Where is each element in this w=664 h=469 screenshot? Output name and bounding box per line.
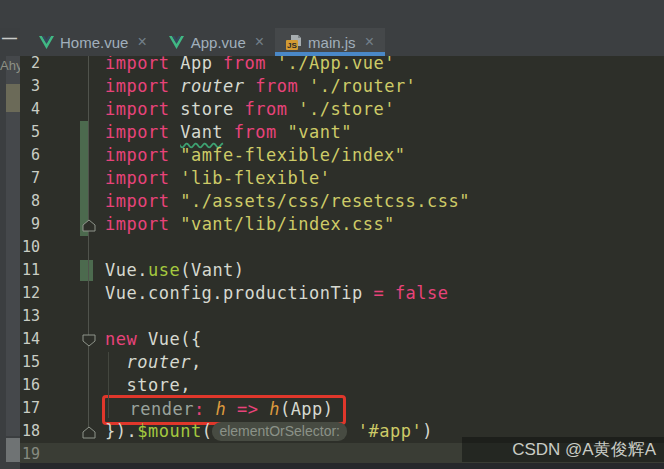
code-text: router, — [105, 351, 202, 374]
code-text: store, — [105, 374, 191, 397]
line-number: 14 — [20, 328, 40, 351]
token-s: '#app' — [358, 421, 422, 441]
line-number: 3 — [20, 75, 40, 98]
code-line: 12Vue.config.productionTip = false — [20, 282, 664, 305]
line-number: 12 — [20, 282, 40, 305]
token-t — [226, 399, 237, 419]
vue-icon — [38, 34, 54, 50]
token-t — [347, 421, 358, 441]
stripe-dash: — — [2, 29, 17, 46]
line-number: 19 — [20, 443, 40, 463]
tab-label: Home.vue — [60, 34, 128, 51]
token-s: './store' — [298, 99, 395, 119]
vcs-change-marker — [80, 144, 88, 167]
code-line: 6import "amfe-flexible/index" — [20, 144, 664, 167]
watermark: CSDN @A黄俊辉A — [462, 437, 664, 462]
code-text: }).$mount(elementOrSelector: '#app') — [105, 420, 433, 443]
token-k: from — [245, 99, 299, 119]
editor-bottom-edge — [20, 463, 664, 469]
line-number: 9 — [20, 213, 40, 236]
fold-marker-down-icon[interactable] — [82, 333, 96, 346]
token-t — [258, 399, 269, 419]
code-text: import "amfe-flexible/index" — [105, 144, 406, 167]
token-t: , — [191, 352, 202, 372]
token-u: Vant — [180, 122, 223, 142]
tab-home-vue[interactable]: Home.vue × — [27, 28, 158, 56]
indent-guide-line — [108, 352, 109, 418]
token-t: store, — [105, 375, 191, 395]
close-icon[interactable]: × — [365, 34, 374, 50]
line-number: 6 — [20, 144, 40, 167]
code-text: import "./assets/css/resetcss.css" — [105, 190, 470, 213]
token-k: import — [105, 191, 180, 211]
code-line: 14new Vue({ — [20, 328, 664, 351]
token-t: ) — [422, 421, 433, 441]
fold-marker-up-icon[interactable] — [82, 218, 96, 231]
vue-icon — [169, 34, 185, 50]
token-t — [384, 283, 395, 303]
stripe-inner-column — [6, 56, 20, 436]
fold-guide-line — [88, 56, 89, 428]
token-t: (Vant) — [180, 260, 244, 280]
token-t: App — [180, 56, 223, 73]
line-number: 2 — [20, 56, 40, 75]
code-line: 13 — [20, 305, 664, 328]
code-editor[interactable]: 2import App from './App.vue'3import rout… — [20, 56, 664, 463]
code-line: 8import "./assets/css/resetcss.css" — [20, 190, 664, 213]
token-t — [223, 122, 234, 142]
line-number: 4 — [20, 98, 40, 121]
token-t: Vue({ — [148, 329, 202, 349]
line-number: 11 — [20, 259, 40, 282]
line-number: 13 — [20, 305, 40, 328]
token-k: from — [255, 76, 309, 96]
close-icon[interactable]: × — [137, 34, 146, 50]
line-number: 10 — [20, 236, 40, 259]
code-line: 7import 'lib-flexible' — [20, 167, 664, 190]
code-text: import router from './router' — [105, 75, 416, 98]
code-text: import App from './App.vue' — [105, 56, 395, 75]
token-k: import — [105, 56, 180, 73]
token-k: false — [395, 283, 449, 303]
token-k: import — [105, 99, 180, 119]
token-s: "vant" — [288, 122, 352, 142]
stripe-block-bottom — [6, 438, 20, 462]
token-k: import — [105, 168, 180, 188]
code-line: 16 store, — [20, 374, 664, 397]
code-lines: 2import App from './App.vue'3import rout… — [20, 56, 664, 463]
token-k: = — [373, 283, 384, 303]
close-icon[interactable]: × — [255, 34, 264, 50]
token-f: $mount — [137, 421, 201, 441]
editor-tab-bar: Home.vue × App.vue × JS mai — [20, 28, 664, 56]
code-line: 5import Vant from "vant" — [20, 121, 664, 144]
fold-marker-up-icon[interactable] — [82, 425, 96, 438]
code-line: 3import router from './router' — [20, 75, 664, 98]
token-s: "amfe-flexible/index" — [180, 145, 405, 165]
line-number: 8 — [20, 190, 40, 213]
tab-app-vue[interactable]: App.vue × — [158, 28, 275, 56]
token-k: : — [194, 399, 205, 419]
line-number: 18 — [20, 420, 40, 443]
code-text: import store from './store' — [105, 98, 395, 121]
code-line: 2import App from './App.vue' — [20, 56, 664, 75]
token-t: store — [180, 99, 244, 119]
vcs-change-marker — [80, 190, 88, 213]
code-line: 11Vue.use(Vant) — [20, 259, 664, 282]
token-s: "vant/lib/index.css" — [180, 214, 395, 234]
stripe-partial-label: Ahy — [0, 58, 20, 73]
token-k: from — [223, 56, 277, 73]
code-text: Vue.config.productionTip = false — [105, 282, 449, 305]
code-line: 15 router, — [20, 351, 664, 374]
code-text: import "vant/lib/index.css" — [105, 213, 395, 236]
javascript-icon: JS — [286, 34, 302, 50]
code-line: 9import "vant/lib/index.css" — [20, 213, 664, 236]
token-p: h — [269, 399, 280, 419]
token-g: render — [129, 399, 193, 419]
token-t — [108, 399, 129, 419]
token-k: => — [237, 399, 258, 419]
tab-main-js[interactable]: JS main.js × — [275, 28, 385, 56]
token-f: use — [148, 260, 180, 280]
token-k: import — [105, 76, 180, 96]
token-k: from — [234, 122, 288, 142]
token-t: }). — [105, 421, 137, 441]
code-text: new Vue({ — [105, 328, 202, 351]
